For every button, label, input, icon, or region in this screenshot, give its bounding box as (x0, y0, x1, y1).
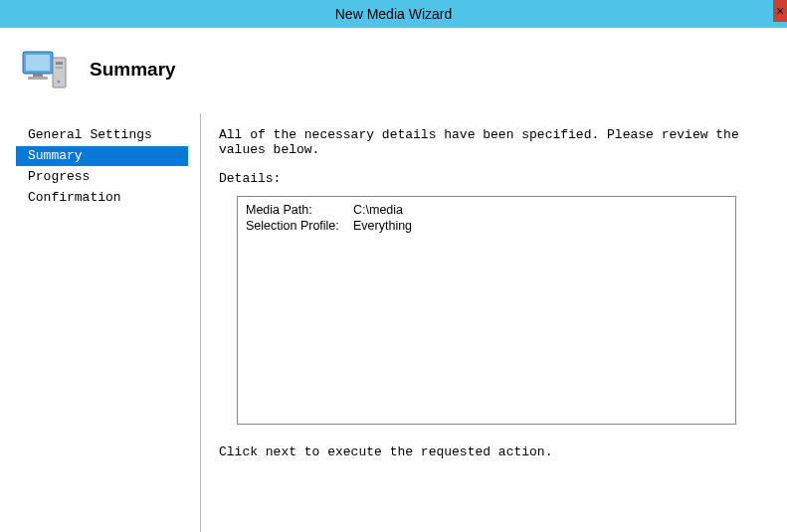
page-title: Summary (90, 59, 176, 81)
details-row: Media Path: C:\media (246, 203, 727, 217)
details-box: Media Path: C:\media Selection Profile: … (237, 196, 736, 425)
titlebar: New Media Wizard × (0, 0, 787, 28)
svg-rect-2 (33, 74, 43, 77)
details-key: Selection Profile: (246, 219, 353, 233)
svg-point-7 (58, 81, 61, 84)
svg-rect-6 (56, 67, 63, 69)
close-button[interactable]: × (773, 0, 787, 22)
wizard-header: Summary (0, 28, 787, 113)
instruction-text: All of the necessary details have been s… (219, 127, 777, 157)
footer-instruction: Click next to execute the requested acti… (219, 444, 777, 459)
details-row: Selection Profile: Everything (246, 219, 727, 233)
svg-rect-3 (28, 77, 48, 80)
sidebar-item-confirmation[interactable]: Confirmation (24, 188, 196, 208)
wizard-sidebar: General Settings Summary Progress Confir… (0, 113, 201, 532)
details-value: Everything (353, 219, 412, 233)
svg-rect-1 (26, 55, 50, 71)
sidebar-item-general-settings[interactable]: General Settings (24, 125, 196, 145)
details-label: Details: (219, 171, 777, 186)
details-value: C:\media (353, 203, 403, 217)
window-title: New Media Wizard (335, 6, 452, 22)
close-icon: × (776, 3, 784, 19)
wizard-main: All of the necessary details have been s… (201, 113, 787, 532)
svg-rect-5 (56, 62, 63, 65)
wizard-body: General Settings Summary Progress Confir… (0, 113, 787, 532)
sidebar-item-summary[interactable]: Summary (16, 146, 188, 166)
details-key: Media Path: (246, 203, 353, 217)
computer-icon (20, 44, 72, 95)
sidebar-item-progress[interactable]: Progress (24, 167, 196, 187)
